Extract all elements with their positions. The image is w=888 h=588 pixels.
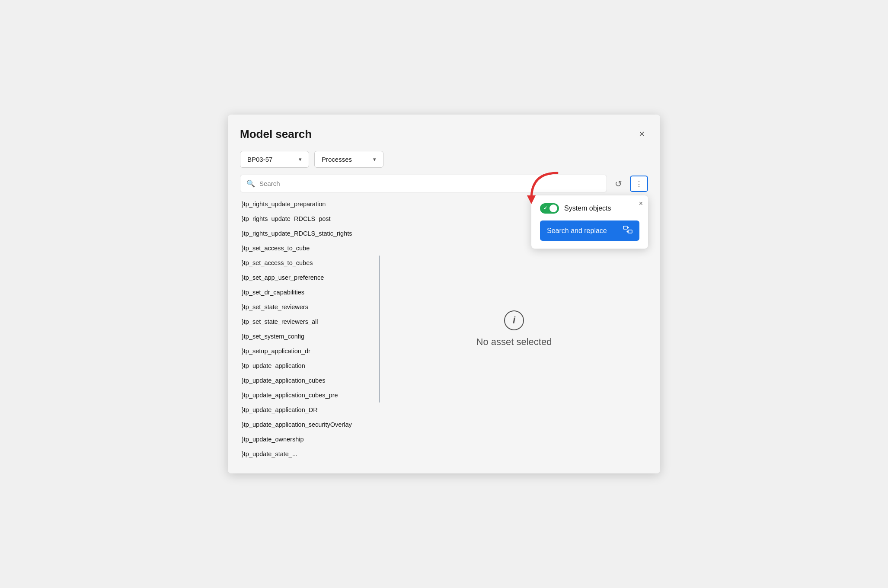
- category-dropdown-value: Processes: [322, 156, 352, 163]
- search-and-replace-button[interactable]: Search and replace: [540, 220, 639, 241]
- dropdowns-row: BP03-57 ▾ Processes ▾: [240, 151, 648, 168]
- more-options-button[interactable]: ⋮: [630, 176, 648, 192]
- info-icon: i: [504, 310, 524, 330]
- panel-divider: [378, 197, 380, 461]
- category-dropdown[interactable]: Processes ▾: [314, 151, 383, 168]
- list-item[interactable]: }tp_update_application: [240, 358, 378, 373]
- refresh-button[interactable]: ↺: [611, 176, 626, 192]
- list-item[interactable]: }tp_setup_application_dr: [240, 344, 378, 358]
- list-item[interactable]: }tp_rights_update_preparation: [240, 197, 378, 211]
- chevron-down-icon: ▾: [299, 156, 302, 163]
- list-item[interactable]: }tp_update_application_cubes: [240, 373, 378, 388]
- system-objects-toggle[interactable]: ✓: [540, 203, 559, 214]
- toggle-track: ✓: [540, 203, 559, 214]
- modal-container: Model search × BP03-57 ▾ Processes ▾ 🔍 ↺…: [228, 115, 660, 473]
- list-item[interactable]: }tp_update_application_cubes_pre: [240, 388, 378, 403]
- options-popup: × ✓ System objects Search and replace: [531, 195, 648, 249]
- svg-rect-2: [628, 230, 632, 233]
- list-item[interactable]: }tp_set_system_config: [240, 329, 378, 344]
- toggle-thumb: [549, 205, 557, 212]
- search-row: 🔍 ↺ ⋮ × ✓ System ob: [240, 175, 648, 192]
- list-item[interactable]: }tp_update_application_securityOverlay: [240, 417, 378, 432]
- chevron-down-icon: ▾: [373, 156, 376, 163]
- search-input[interactable]: [259, 180, 601, 187]
- list-item[interactable]: }tp_update_application_DR: [240, 403, 378, 417]
- list-item[interactable]: }tp_set_access_to_cube: [240, 241, 378, 256]
- list-item[interactable]: }tp_set_state_reviewers: [240, 300, 378, 314]
- toggle-check-icon: ✓: [543, 205, 547, 211]
- no-asset-label: No asset selected: [476, 336, 552, 348]
- modal-close-button[interactable]: ×: [636, 127, 648, 141]
- list-item[interactable]: }tp_set_dr_capabilities: [240, 285, 378, 300]
- svg-rect-1: [623, 226, 627, 229]
- list-item[interactable]: }tp_set_app_user_preference: [240, 270, 378, 285]
- system-objects-label: System objects: [564, 205, 611, 212]
- search-box: 🔍: [240, 175, 607, 192]
- popup-close-button[interactable]: ×: [639, 200, 643, 208]
- search-icon: 🔍: [246, 179, 255, 188]
- project-dropdown[interactable]: BP03-57 ▾: [240, 151, 309, 168]
- list-panel: }tp_rights_update_preparation}tp_rights_…: [240, 197, 378, 461]
- modal-title: Model search: [240, 128, 312, 141]
- project-dropdown-value: BP03-57: [247, 156, 272, 163]
- list-item[interactable]: }tp_update_ownership: [240, 432, 378, 447]
- list-item[interactable]: }tp_rights_update_RDCLS_static_rights: [240, 226, 378, 241]
- list-item[interactable]: }tp_update_state_...: [240, 447, 378, 461]
- search-replace-label: Search and replace: [547, 227, 607, 235]
- search-replace-icon: [623, 226, 632, 236]
- modal-header: Model search ×: [240, 127, 648, 141]
- list-item[interactable]: }tp_set_state_reviewers_all: [240, 314, 378, 329]
- list-item[interactable]: }tp_rights_update_RDCLS_post: [240, 211, 378, 226]
- system-objects-row: ✓ System objects: [540, 203, 639, 214]
- list-item[interactable]: }tp_set_access_to_cubes: [240, 256, 378, 270]
- divider-bar: [379, 256, 380, 403]
